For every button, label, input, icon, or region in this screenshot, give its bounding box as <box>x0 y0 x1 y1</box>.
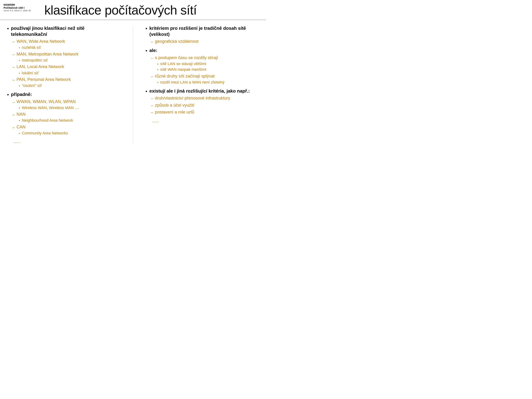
list-item: • rozdíl mezi LAN a WAN není zřetelný <box>157 80 259 85</box>
dash-label: různé druhy sítí začínají splývat <box>155 73 215 79</box>
dash-label: WWAN, WMAN, WLAN, WPAN <box>17 99 76 104</box>
page-title: klasifikace počítačových sítí <box>44 3 197 17</box>
sub-sub-list: • Community Area Networks <box>19 131 120 136</box>
dash-label: LAN, Local Area Network <box>17 64 64 69</box>
sub-sub-list: • Neighbourhood Area Network <box>19 118 120 123</box>
sub-label: rozdíl mezi LAN a WAN není zřetelný <box>160 80 224 85</box>
dash-icon: – <box>13 112 15 117</box>
list-item: • ale: – s postupem času se rozdíly stír… <box>146 48 259 85</box>
bullet-dot: • <box>146 48 147 54</box>
sub-bullet-dot: • <box>19 45 20 50</box>
left-ellipsis: ...... <box>7 139 120 144</box>
right-column: • kritériem pro rozlišení je tradičně do… <box>142 25 263 144</box>
dash-icon: – <box>13 125 15 130</box>
sub-sub-list: • sítě LAN se stávají většími • sítě WAN… <box>157 61 259 72</box>
column-divider <box>133 25 133 144</box>
sub-label: Neighbourhood Area Network <box>22 118 73 123</box>
dash-label: druh/vlastnictví přenosové infrastruktur… <box>155 95 230 101</box>
dash-icon: – <box>13 77 15 82</box>
right-main-list: • kritériem pro rozlišení je tradičně do… <box>146 25 259 115</box>
list-item: • "osobní" síť <box>19 83 120 88</box>
sub-bullet-dot: • <box>157 67 158 72</box>
sub-bullet-dot: • <box>19 58 20 63</box>
dash-label: CAN <box>17 124 25 130</box>
sub-list: – druh/vlastnictví přenosové infrastrukt… <box>151 95 259 115</box>
sub-bullet-dot: • <box>19 71 20 76</box>
list-item: • sítě WAN naopak menšími <box>157 67 259 72</box>
dash-label: geografická vzdálenost <box>155 38 198 44</box>
sub-sub-list: • lokální síť <box>19 70 120 76</box>
bold-text: kritériem pro rozlišení je tradičně dosa… <box>149 25 259 38</box>
list-item: – PAN, Personal Area Network • "osobní" … <box>13 77 120 88</box>
dash-label: PAN, Personal Area Network <box>17 77 71 82</box>
bold-text: používají jinou klasifikaci než sítě tel… <box>11 25 120 38</box>
sub-label: Community Area Networks <box>22 131 68 136</box>
sub-bullet-dot: • <box>19 118 20 123</box>
dash-icon: – <box>151 74 153 79</box>
sub-bullet-dot: • <box>19 83 20 88</box>
dash-label: MAN, Metropolitan Area Network <box>17 51 78 57</box>
list-item: • lokální síť <box>19 70 120 76</box>
main-content: • používají jinou klasifikaci než sítě t… <box>0 25 266 144</box>
sub-list: – WWAN, WMAN, WLAN, WPAN • Wireless WAN,… <box>13 99 120 136</box>
dash-icon: – <box>13 39 15 44</box>
list-item: – způsob a účel využití <box>151 102 259 108</box>
sub-list: – s postupem času se rozdíly stírají • s… <box>151 55 259 85</box>
left-main-list: • používají jinou klasifikaci než sítě t… <box>7 25 120 136</box>
sub-label: Wireless WAN, Wireless MAN .... <box>22 105 79 110</box>
sub-label: lokální síť <box>22 70 39 76</box>
sub-label: rozlehlá síť <box>22 45 41 50</box>
left-column: • používají jinou klasifikaci než sítě t… <box>4 25 124 144</box>
course-id: NSWI090 <box>4 3 39 6</box>
sub-list: – WAN, Wide Area Network • rozlehlá síť <box>13 38 120 88</box>
sub-label: "osobní" síť <box>22 83 42 88</box>
list-item: • Wireless WAN, Wireless MAN .... <box>19 105 120 110</box>
sub-label: sítě LAN se stávají většími <box>160 61 206 66</box>
list-item: • případně: – WWAN, WMAN, WLAN, WPAN • <box>7 91 120 136</box>
sub-label: sítě WAN naopak menšími <box>160 67 206 72</box>
list-item: – druh/vlastnictví přenosové infrastrukt… <box>151 95 259 101</box>
sub-bullet-dot: • <box>157 80 158 85</box>
sub-list: – geografická vzdálenost <box>151 38 259 44</box>
dash-icon: – <box>151 55 153 61</box>
course-name: Počítačové sítě I <box>4 6 39 9</box>
list-item: – WWAN, WMAN, WLAN, WPAN • Wireless WAN,… <box>13 99 120 110</box>
dash-label: postavení a role uzlů <box>155 109 194 115</box>
list-item: • používají jinou klasifikaci než sítě t… <box>7 25 120 88</box>
sub-sub-list: • Wireless WAN, Wireless MAN .... <box>19 105 120 110</box>
dash-icon: – <box>13 52 15 57</box>
list-item: – s postupem času se rozdíly stírají • s… <box>151 55 259 72</box>
bold-text: existují ale i jiná rozlišující kritéria… <box>149 88 250 94</box>
list-item: – různé druhy sítí začínají splývat • ro… <box>151 73 259 85</box>
list-item: – MAN, Metropolitan Area Network • metro… <box>13 51 120 63</box>
list-item: • rozlehlá síť <box>19 45 120 50</box>
sub-sub-list: • rozlehlá síť <box>19 45 120 50</box>
right-ellipsis: ...... <box>146 118 259 123</box>
sub-sub-list: • "osobní" síť <box>19 83 120 88</box>
sub-bullet-dot: • <box>157 62 158 66</box>
dash-icon: – <box>151 39 153 44</box>
list-item: • existují ale i jiná rozlišující kritér… <box>146 88 259 115</box>
sub-sub-list: • metropolitní síť <box>19 58 120 63</box>
dash-label: NAN <box>17 111 25 117</box>
dash-icon: – <box>151 103 153 108</box>
bullet-dot: • <box>7 92 9 98</box>
list-item: – LAN, Local Area Network • lokální síť <box>13 64 120 76</box>
list-item: • kritériem pro rozlišení je tradičně do… <box>146 25 259 44</box>
bold-text: ale: <box>149 48 157 54</box>
bullet-dot: • <box>7 25 9 32</box>
list-item: • Neighbourhood Area Network <box>19 118 120 123</box>
sub-sub-list: • rozdíl mezi LAN a WAN není zřetelný <box>157 80 259 85</box>
bullet-dot: • <box>146 25 147 32</box>
bullet-dot: • <box>146 88 147 94</box>
list-item: – postavení a role uzlů <box>151 109 259 115</box>
dash-label: s postupem času se rozdíly stírají <box>155 55 218 60</box>
list-item: • Community Area Networks <box>19 131 120 136</box>
sub-bullet-dot: • <box>19 131 20 136</box>
sub-label: metropolitní síť <box>22 58 48 63</box>
dash-label: WAN, Wide Area Network <box>17 38 65 44</box>
page-header: NSWI090 Počítačové sítě I verze 4.0, lek… <box>0 0 266 20</box>
dash-icon: – <box>151 95 153 101</box>
version-label: verze 4.0, lekce 2, slide 30 <box>4 9 39 12</box>
dash-icon: – <box>151 110 153 115</box>
